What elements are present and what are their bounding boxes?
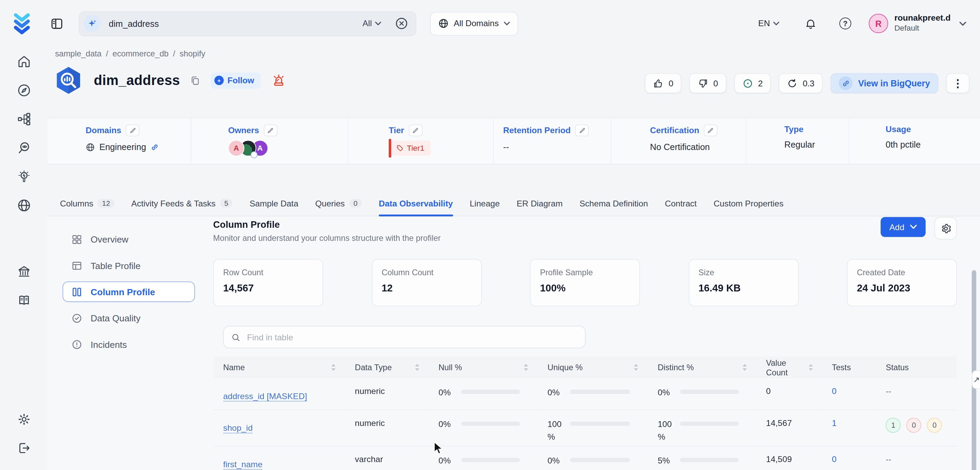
more-actions-button[interactable]: ⋮ [946, 73, 969, 93]
tab-custom-properties[interactable]: Custom Properties [714, 191, 783, 216]
downvote-button[interactable]: 0 [689, 73, 726, 93]
tier-badge[interactable]: Tier1 [389, 141, 493, 156]
atlan-logo[interactable] [11, 12, 33, 35]
tab-lineage[interactable]: Lineage [470, 191, 500, 216]
tab-badge: 12 [98, 199, 115, 207]
subnav-incidents[interactable]: Incidents [63, 334, 195, 355]
domains-filter-dropdown[interactable]: All Domains [430, 12, 518, 35]
sort-icon[interactable] [523, 363, 528, 371]
subnav-column-profile[interactable]: Column Profile [63, 282, 195, 302]
subnav-table-profile[interactable]: Table Profile [63, 255, 195, 276]
upvote-button[interactable]: 0 [645, 73, 681, 93]
tab-contract[interactable]: Contract [665, 191, 697, 216]
subnav-data-quality[interactable]: Data Quality [63, 307, 195, 328]
notifications-bell-icon[interactable] [804, 17, 817, 30]
nav-discover-icon[interactable] [10, 76, 38, 105]
search-input[interactable]: dim_address [109, 19, 363, 29]
tab-sample-data[interactable]: Sample Data [250, 191, 299, 216]
col-header-distinct-pct[interactable]: Distinct % [648, 357, 756, 379]
edit-retention-button[interactable] [575, 124, 589, 137]
column-name-link[interactable]: address_id [MASKED] [223, 392, 307, 401]
meta-usage: Usage 0th pctile [850, 118, 980, 164]
owner-avatar[interactable]: A [228, 140, 244, 156]
breadcrumb-database[interactable]: ecommerce_db [113, 49, 169, 58]
tab-queries[interactable]: Queries0 [315, 191, 362, 216]
status-badge-success[interactable]: 1 [886, 417, 901, 432]
find-in-table-input[interactable] [246, 332, 578, 343]
meta-domains: Domains Engineering [48, 118, 191, 164]
metadata-strip: Domains Engineering Owners A A [48, 118, 980, 164]
globe-icon [86, 142, 95, 152]
sort-icon[interactable] [808, 363, 813, 371]
resize-icon [974, 377, 979, 382]
panel-resize-handle[interactable] [972, 370, 980, 389]
tests-link[interactable]: 1 [832, 418, 837, 427]
distinct-pct-cell: 5% [658, 454, 748, 467]
clear-search-icon[interactable] [395, 17, 408, 30]
nav-glossary-icon[interactable] [10, 286, 38, 315]
alert-siren-icon[interactable] [272, 73, 285, 88]
tests-link[interactable]: 0 [832, 386, 837, 396]
search-scope-dropdown[interactable]: All [363, 19, 381, 28]
column-name-link[interactable]: first_name [223, 459, 263, 468]
sort-icon[interactable] [331, 363, 336, 371]
follow-button[interactable]: + Follow [210, 72, 260, 88]
copy-icon[interactable] [190, 75, 200, 85]
status-badge-warning[interactable]: 0 [927, 417, 942, 432]
owner-badge-icon [251, 151, 258, 158]
status-badge-error[interactable]: 0 [907, 417, 921, 432]
tab-schema-definition[interactable]: Schema Definition [579, 191, 648, 216]
edit-tier-button[interactable] [409, 124, 422, 137]
col-header-unique-pct[interactable]: Unique % [538, 357, 648, 379]
nav-governance-icon[interactable] [10, 257, 38, 286]
breadcrumb: sample_data / ecommerce_db / shopify [55, 49, 980, 58]
tab-activity-feeds[interactable]: Activity Feeds & Tasks5 [131, 191, 233, 216]
tab-columns[interactable]: Columns12 [60, 191, 114, 216]
col-header-data-type[interactable]: Data Type [345, 357, 428, 379]
tab-er-diagram[interactable]: ER Diagram [517, 191, 563, 216]
distinct-pct-bar [680, 421, 738, 425]
popularity-button[interactable]: 0.3 [779, 73, 822, 93]
sort-icon[interactable] [742, 363, 747, 371]
sort-icon[interactable] [414, 363, 420, 371]
tab-data-observability[interactable]: Data Observability [379, 191, 452, 216]
find-in-table-search[interactable] [223, 326, 585, 348]
column-name-link[interactable]: shop_id [223, 423, 253, 432]
user-menu[interactable]: rounakpreet.d Default [894, 13, 951, 34]
thumbs-up-icon [653, 78, 663, 88]
domain-value[interactable]: Engineering [86, 142, 191, 152]
nav-lineage-icon[interactable] [10, 105, 38, 134]
chevron-down-icon[interactable] [959, 21, 966, 26]
logout-icon[interactable] [10, 434, 38, 463]
nav-web-icon[interactable] [10, 191, 38, 220]
tests-link[interactable]: 0 [832, 454, 837, 464]
profile-settings-button[interactable] [934, 217, 957, 239]
global-search-bar[interactable]: dim_address All [79, 11, 417, 36]
breadcrumb-connection[interactable]: sample_data [55, 49, 102, 58]
language-selector[interactable]: EN [758, 19, 779, 28]
edit-domains-button[interactable] [126, 124, 139, 137]
nav-insights-icon[interactable] [10, 162, 38, 191]
freshness-button[interactable]: 2 [734, 73, 771, 93]
sidebar-toggle-icon[interactable] [50, 16, 64, 30]
col-header-value-count[interactable]: Value Count [756, 357, 822, 379]
user-avatar[interactable]: R [869, 14, 888, 33]
add-button[interactable]: Add [881, 217, 926, 237]
nav-home-icon[interactable] [10, 47, 38, 76]
col-header-null-pct[interactable]: Null % [428, 357, 538, 379]
observability-content: Overview Table Profile Column Profile Da… [48, 217, 980, 470]
col-header-name[interactable]: Name [213, 357, 345, 379]
view-in-bigquery-button[interactable]: View in BigQuery [831, 73, 938, 93]
asset-title: dim_address [94, 72, 180, 88]
sort-icon[interactable] [633, 363, 639, 371]
help-icon[interactable]: ? [839, 18, 851, 30]
breadcrumb-schema[interactable]: shopify [180, 49, 205, 58]
subnav-overview[interactable]: Overview [63, 229, 195, 249]
settings-gear-icon[interactable] [10, 405, 38, 434]
nav-observability-icon[interactable] [10, 133, 38, 162]
stat-card-created-date: Created Date 24 Jul 2023 [847, 259, 957, 306]
null-pct-bar [461, 421, 520, 425]
edit-owners-button[interactable] [263, 124, 277, 137]
edit-certification-button[interactable] [703, 124, 717, 137]
data-type-cell: numeric [345, 379, 428, 410]
